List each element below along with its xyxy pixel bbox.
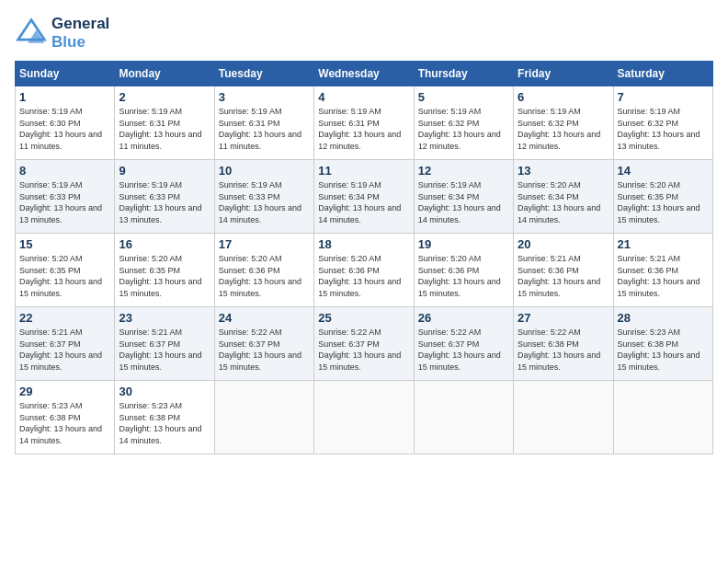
day-info: Sunrise: 5:19 AM Sunset: 6:31 PM Dayligh…: [119, 106, 210, 152]
calendar-cell: [414, 381, 513, 454]
calendar-cell: 15 Sunrise: 5:20 AM Sunset: 6:35 PM Dayl…: [16, 234, 115, 307]
day-info: Sunrise: 5:19 AM Sunset: 6:34 PM Dayligh…: [418, 179, 509, 225]
day-info: Sunrise: 5:21 AM Sunset: 6:37 PM Dayligh…: [119, 327, 210, 373]
day-number: 6: [518, 90, 609, 104]
day-number: 12: [418, 164, 509, 178]
page-header: General Blue: [15, 15, 713, 52]
day-info: Sunrise: 5:22 AM Sunset: 6:37 PM Dayligh…: [219, 327, 310, 373]
day-info: Sunrise: 5:19 AM Sunset: 6:31 PM Dayligh…: [219, 106, 310, 152]
day-info: Sunrise: 5:20 AM Sunset: 6:36 PM Dayligh…: [219, 253, 310, 299]
day-number: 16: [119, 237, 210, 251]
calendar-cell: 10 Sunrise: 5:19 AM Sunset: 6:33 PM Dayl…: [214, 160, 313, 234]
logo: General Blue: [15, 15, 109, 52]
day-info: Sunrise: 5:20 AM Sunset: 6:35 PM Dayligh…: [119, 253, 210, 299]
day-number: 27: [518, 311, 609, 325]
day-info: Sunrise: 5:22 AM Sunset: 6:38 PM Dayligh…: [518, 327, 609, 373]
day-number: 10: [219, 164, 310, 178]
day-info: Sunrise: 5:19 AM Sunset: 6:32 PM Dayligh…: [618, 106, 709, 152]
calendar-cell: 2 Sunrise: 5:19 AM Sunset: 6:31 PM Dayli…: [115, 86, 214, 160]
calendar-cell: 3 Sunrise: 5:19 AM Sunset: 6:31 PM Dayli…: [214, 86, 313, 160]
day-info: Sunrise: 5:20 AM Sunset: 6:35 PM Dayligh…: [618, 179, 709, 225]
logo-icon: [15, 17, 48, 50]
day-number: 22: [19, 311, 110, 325]
day-info: Sunrise: 5:19 AM Sunset: 6:34 PM Dayligh…: [318, 179, 409, 225]
day-info: Sunrise: 5:20 AM Sunset: 6:36 PM Dayligh…: [318, 253, 409, 299]
calendar-week-3: 15 Sunrise: 5:20 AM Sunset: 6:35 PM Dayl…: [16, 234, 713, 307]
calendar-week-4: 22 Sunrise: 5:21 AM Sunset: 6:37 PM Dayl…: [16, 307, 713, 381]
calendar-cell: [514, 381, 613, 454]
calendar-cell: 21 Sunrise: 5:21 AM Sunset: 6:36 PM Dayl…: [613, 234, 712, 307]
calendar-cell: 23 Sunrise: 5:21 AM Sunset: 6:37 PM Dayl…: [115, 307, 214, 381]
calendar-cell: [314, 381, 414, 454]
calendar-cell: 17 Sunrise: 5:20 AM Sunset: 6:36 PM Dayl…: [214, 234, 313, 307]
day-number: 21: [618, 237, 709, 251]
calendar-cell: 20 Sunrise: 5:21 AM Sunset: 6:36 PM Dayl…: [514, 234, 613, 307]
day-number: 3: [219, 90, 310, 104]
day-info: Sunrise: 5:23 AM Sunset: 6:38 PM Dayligh…: [119, 400, 210, 446]
weekday-header-tuesday: Tuesday: [214, 62, 313, 86]
calendar-cell: 25 Sunrise: 5:22 AM Sunset: 6:37 PM Dayl…: [314, 307, 414, 381]
day-info: Sunrise: 5:23 AM Sunset: 6:38 PM Dayligh…: [19, 400, 110, 446]
weekday-header-monday: Monday: [115, 62, 214, 86]
day-number: 25: [318, 311, 409, 325]
calendar-body: 1 Sunrise: 5:19 AM Sunset: 6:30 PM Dayli…: [16, 86, 713, 454]
day-number: 7: [618, 90, 709, 104]
day-number: 4: [318, 90, 409, 104]
weekday-header-thursday: Thursday: [414, 62, 513, 86]
calendar-cell: 4 Sunrise: 5:19 AM Sunset: 6:31 PM Dayli…: [314, 86, 414, 160]
day-number: 19: [418, 237, 509, 251]
calendar-week-5: 29 Sunrise: 5:23 AM Sunset: 6:38 PM Dayl…: [16, 381, 713, 454]
calendar-cell: 11 Sunrise: 5:19 AM Sunset: 6:34 PM Dayl…: [314, 160, 414, 234]
day-info: Sunrise: 5:19 AM Sunset: 6:32 PM Dayligh…: [518, 106, 609, 152]
calendar-cell: 8 Sunrise: 5:19 AM Sunset: 6:33 PM Dayli…: [16, 160, 115, 234]
weekday-header-sunday: Sunday: [16, 62, 115, 86]
calendar-cell: 27 Sunrise: 5:22 AM Sunset: 6:38 PM Dayl…: [514, 307, 613, 381]
calendar-week-2: 8 Sunrise: 5:19 AM Sunset: 6:33 PM Dayli…: [16, 160, 713, 234]
day-number: 8: [19, 164, 110, 178]
day-number: 1: [19, 90, 110, 104]
calendar-cell: 26 Sunrise: 5:22 AM Sunset: 6:37 PM Dayl…: [414, 307, 513, 381]
calendar-cell: 9 Sunrise: 5:19 AM Sunset: 6:33 PM Dayli…: [115, 160, 214, 234]
weekday-header-friday: Friday: [514, 62, 613, 86]
calendar-cell: 28 Sunrise: 5:23 AM Sunset: 6:38 PM Dayl…: [613, 307, 712, 381]
calendar-cell: 7 Sunrise: 5:19 AM Sunset: 6:32 PM Dayli…: [613, 86, 712, 160]
day-info: Sunrise: 5:23 AM Sunset: 6:38 PM Dayligh…: [618, 327, 709, 373]
day-info: Sunrise: 5:19 AM Sunset: 6:31 PM Dayligh…: [318, 106, 409, 152]
day-number: 28: [618, 311, 709, 325]
day-number: 20: [518, 237, 609, 251]
calendar-cell: 14 Sunrise: 5:20 AM Sunset: 6:35 PM Dayl…: [613, 160, 712, 234]
day-number: 13: [518, 164, 609, 178]
calendar-cell: 16 Sunrise: 5:20 AM Sunset: 6:35 PM Dayl…: [115, 234, 214, 307]
weekday-header-saturday: Saturday: [613, 62, 712, 86]
day-number: 18: [318, 237, 409, 251]
calendar-cell: 29 Sunrise: 5:23 AM Sunset: 6:38 PM Dayl…: [16, 381, 115, 454]
day-number: 29: [19, 385, 110, 398]
calendar-cell: 13 Sunrise: 5:20 AM Sunset: 6:34 PM Dayl…: [514, 160, 613, 234]
calendar-cell: 6 Sunrise: 5:19 AM Sunset: 6:32 PM Dayli…: [514, 86, 613, 160]
day-number: 30: [119, 385, 210, 398]
calendar-cell: 24 Sunrise: 5:22 AM Sunset: 6:37 PM Dayl…: [214, 307, 313, 381]
day-number: 17: [219, 237, 310, 251]
day-info: Sunrise: 5:21 AM Sunset: 6:36 PM Dayligh…: [518, 253, 609, 299]
calendar-cell: 19 Sunrise: 5:20 AM Sunset: 6:36 PM Dayl…: [414, 234, 513, 307]
day-info: Sunrise: 5:19 AM Sunset: 6:33 PM Dayligh…: [19, 179, 110, 225]
day-info: Sunrise: 5:20 AM Sunset: 6:35 PM Dayligh…: [19, 253, 110, 299]
calendar-cell: 12 Sunrise: 5:19 AM Sunset: 6:34 PM Dayl…: [414, 160, 513, 234]
day-number: 23: [119, 311, 210, 325]
calendar-cell: 18 Sunrise: 5:20 AM Sunset: 6:36 PM Dayl…: [314, 234, 414, 307]
day-info: Sunrise: 5:19 AM Sunset: 6:33 PM Dayligh…: [219, 179, 310, 225]
day-info: Sunrise: 5:21 AM Sunset: 6:36 PM Dayligh…: [618, 253, 709, 299]
day-info: Sunrise: 5:19 AM Sunset: 6:33 PM Dayligh…: [119, 179, 210, 225]
calendar-cell: 5 Sunrise: 5:19 AM Sunset: 6:32 PM Dayli…: [414, 86, 513, 160]
day-number: 5: [418, 90, 509, 104]
calendar-cell: 30 Sunrise: 5:23 AM Sunset: 6:38 PM Dayl…: [115, 381, 214, 454]
day-info: Sunrise: 5:20 AM Sunset: 6:36 PM Dayligh…: [418, 253, 509, 299]
calendar-cell: 22 Sunrise: 5:21 AM Sunset: 6:37 PM Dayl…: [16, 307, 115, 381]
day-info: Sunrise: 5:22 AM Sunset: 6:37 PM Dayligh…: [418, 327, 509, 373]
day-info: Sunrise: 5:22 AM Sunset: 6:37 PM Dayligh…: [318, 327, 409, 373]
day-number: 9: [119, 164, 210, 178]
calendar-cell: [214, 381, 313, 454]
day-number: 11: [318, 164, 409, 178]
day-info: Sunrise: 5:19 AM Sunset: 6:32 PM Dayligh…: [418, 106, 509, 152]
calendar-cell: 1 Sunrise: 5:19 AM Sunset: 6:30 PM Dayli…: [16, 86, 115, 160]
